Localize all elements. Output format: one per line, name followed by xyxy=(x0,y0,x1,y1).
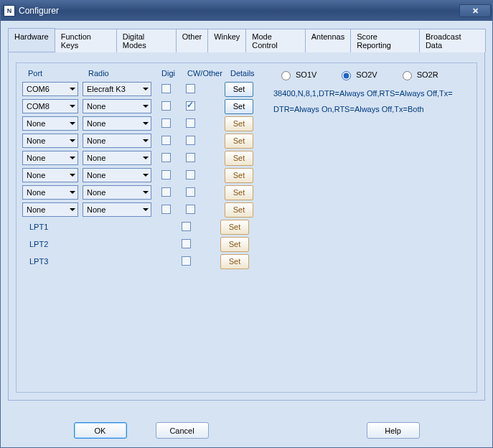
header-cw: CW/Other xyxy=(182,69,225,78)
radio-value: None xyxy=(87,136,105,145)
chevron-down-icon xyxy=(70,122,75,125)
digi-checkbox[interactable] xyxy=(161,170,171,179)
chevron-down-icon xyxy=(143,191,149,194)
tab-broadcast-data[interactable]: Broadcast Data xyxy=(419,29,486,52)
set-button[interactable]: Set xyxy=(225,99,253,114)
port-value: COM8 xyxy=(27,102,50,111)
digi-checkbox[interactable] xyxy=(161,136,171,145)
tab-other[interactable]: Other xyxy=(176,29,209,52)
port-dropdown[interactable]: None xyxy=(22,134,78,148)
cw-checkbox[interactable] xyxy=(186,205,195,214)
cw-checkbox[interactable] xyxy=(186,101,195,111)
radio-so1v-input[interactable] xyxy=(281,71,291,80)
header-radio: Radio xyxy=(83,69,156,78)
tabstrip: Hardware Function Keys Digital Modes Oth… xyxy=(8,28,485,52)
radio-value: None xyxy=(87,102,105,111)
close-icon: ✕ xyxy=(472,6,479,16)
radio-value: None xyxy=(87,205,105,214)
digi-checkbox[interactable] xyxy=(161,153,171,162)
ports-grid: Port Radio Digi CW/Other Details COM6Ele… xyxy=(22,69,259,386)
radio-so2r-input[interactable] xyxy=(403,71,412,80)
cw-checkbox[interactable] xyxy=(186,187,195,197)
radio-so2r[interactable]: SO2R xyxy=(399,69,438,80)
port-detail-text: 38400,N,8,1,DTR=Always Off,RTS=Always Of… xyxy=(273,89,471,98)
set-button[interactable]: Set xyxy=(225,134,253,149)
port-dropdown[interactable]: None xyxy=(22,168,78,182)
radio-so2v-input[interactable] xyxy=(342,71,351,80)
radio-dropdown[interactable]: None xyxy=(83,99,151,113)
chevron-down-icon xyxy=(70,139,75,142)
radio-dropdown[interactable]: None xyxy=(83,168,151,182)
bottom-buttons: OK Cancel Help xyxy=(1,422,492,439)
port-value: None xyxy=(27,171,45,179)
cw-checkbox[interactable] xyxy=(186,136,195,145)
port-value: None xyxy=(27,119,45,128)
port-row: NoneNoneSet xyxy=(22,167,259,184)
tab-winkey[interactable]: Winkey xyxy=(207,29,246,52)
cw-checkbox[interactable] xyxy=(182,256,191,266)
tab-mode-control[interactable]: Mode Control xyxy=(245,29,305,52)
digi-checkbox[interactable] xyxy=(161,205,171,214)
cw-checkbox[interactable] xyxy=(186,118,195,128)
radio-so2v[interactable]: SO2V xyxy=(338,69,377,80)
cw-checkbox[interactable] xyxy=(182,239,191,248)
set-button[interactable]: Set xyxy=(225,185,253,200)
digi-checkbox[interactable] xyxy=(161,84,171,93)
set-button[interactable]: Set xyxy=(225,116,253,131)
lpt-row: LPT2Set xyxy=(22,235,259,253)
digi-checkbox[interactable] xyxy=(161,187,171,197)
digi-checkbox[interactable] xyxy=(161,118,171,128)
ok-button[interactable]: OK xyxy=(74,422,127,439)
cw-checkbox[interactable] xyxy=(186,153,195,162)
port-dropdown[interactable]: None xyxy=(22,151,78,165)
port-row: NoneNoneSet xyxy=(22,115,259,132)
tab-score-reporting[interactable]: Score Reporting xyxy=(350,29,420,52)
radio-so2v-label: SO2V xyxy=(356,70,377,79)
hardware-panel: Port Radio Digi CW/Other Details COM6Ele… xyxy=(8,52,485,401)
radio-dropdown[interactable]: None xyxy=(83,202,151,217)
port-dropdown[interactable]: COM6 xyxy=(22,82,78,96)
set-button[interactable]: Set xyxy=(220,254,249,269)
cw-checkbox[interactable] xyxy=(186,84,195,93)
radio-dropdown[interactable]: None xyxy=(83,116,151,131)
header-details: Details xyxy=(225,69,259,78)
set-button[interactable]: Set xyxy=(225,151,253,166)
port-value: None xyxy=(27,205,45,214)
lpt-label: LPT1 xyxy=(22,223,78,231)
radio-dropdown[interactable]: Elecraft K3 xyxy=(83,82,151,96)
header-digi: Digi xyxy=(156,69,182,78)
close-button[interactable]: ✕ xyxy=(459,4,491,17)
radio-value: Elecraft K3 xyxy=(87,85,126,93)
set-button[interactable]: Set xyxy=(225,202,253,218)
set-button[interactable]: Set xyxy=(225,82,253,97)
lpt-row: LPT3Set xyxy=(22,253,259,270)
radio-value: None xyxy=(87,154,105,162)
set-button[interactable]: Set xyxy=(220,237,249,252)
tab-antennas[interactable]: Antennas xyxy=(305,29,351,52)
tab-hardware[interactable]: Hardware xyxy=(8,28,55,52)
cw-checkbox[interactable] xyxy=(186,170,195,179)
set-button[interactable]: Set xyxy=(220,220,249,235)
chevron-down-icon xyxy=(143,174,149,177)
set-button[interactable]: Set xyxy=(225,168,253,183)
window-title: Configurer xyxy=(19,6,459,16)
cw-checkbox[interactable] xyxy=(182,222,191,231)
tab-digital-modes[interactable]: Digital Modes xyxy=(116,29,177,52)
radio-dropdown[interactable]: None xyxy=(83,185,151,200)
help-button[interactable]: Help xyxy=(367,422,420,439)
port-dropdown[interactable]: None xyxy=(22,185,78,200)
chevron-down-icon xyxy=(70,191,75,194)
lpt-label: LPT2 xyxy=(22,240,78,248)
port-dropdown[interactable]: None xyxy=(22,202,78,217)
digi-checkbox[interactable] xyxy=(161,101,171,111)
radio-so1v[interactable]: SO1V xyxy=(278,69,316,80)
radio-value: None xyxy=(87,188,105,197)
radio-dropdown[interactable]: None xyxy=(83,134,151,148)
port-dropdown[interactable]: None xyxy=(22,116,78,131)
port-dropdown[interactable]: COM8 xyxy=(22,99,78,113)
radio-dropdown[interactable]: None xyxy=(83,151,151,165)
cancel-button[interactable]: Cancel xyxy=(156,422,209,439)
chevron-down-icon xyxy=(143,139,149,142)
tab-function-keys[interactable]: Function Keys xyxy=(55,29,117,52)
chevron-down-icon xyxy=(143,105,149,108)
